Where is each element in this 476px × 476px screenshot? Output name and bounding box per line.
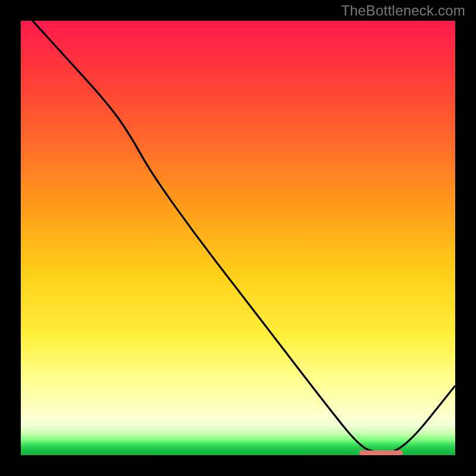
watermark-text: TheBottleneck.com [341,2,465,19]
plot-area [21,21,455,455]
chart-frame: TheBottleneck.com [0,0,476,476]
bottleneck-curve [21,21,455,455]
optimum-marker [359,450,403,455]
curve-path [21,21,455,452]
